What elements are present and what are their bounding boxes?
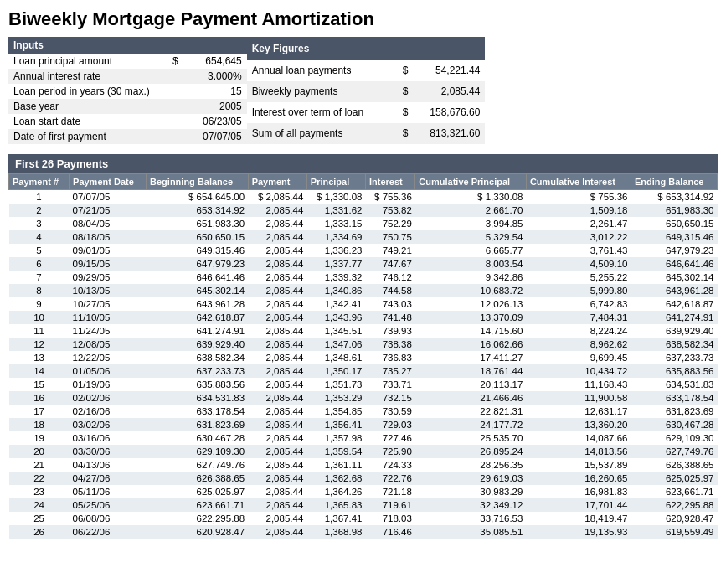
input-dollar xyxy=(167,129,180,144)
payment-cell: 1,334.69 xyxy=(306,230,365,244)
payment-cell: 5,329.54 xyxy=(415,230,527,244)
payments-col-header: Principal xyxy=(306,174,365,190)
payment-cell: 32,349.12 xyxy=(415,498,527,512)
payment-cell: 2,085.44 xyxy=(248,391,306,405)
payment-cell: 623,661.71 xyxy=(631,485,717,498)
payment-cell: 637,233.73 xyxy=(147,364,249,378)
payment-cell: 625,025.97 xyxy=(631,472,717,485)
payment-cell: 733.71 xyxy=(365,378,414,391)
payment-cell: 1,348.61 xyxy=(306,351,365,364)
payment-row: 810/13/05645,302.142,085.441,340.86744.5… xyxy=(9,284,718,297)
payment-cell: 631,823.69 xyxy=(631,405,717,418)
payment-cell: 1,362.68 xyxy=(306,472,365,485)
payment-cell: 721.18 xyxy=(365,485,414,498)
payment-row: 207/21/05653,314.922,085.441,331.62753.8… xyxy=(9,204,718,217)
payment-cell: 1,340.86 xyxy=(306,284,365,297)
payment-cell: 634,531.83 xyxy=(147,391,249,405)
payment-cell: 638,582.34 xyxy=(147,351,249,364)
payment-cell: 743.03 xyxy=(365,297,414,311)
input-value: 15 xyxy=(180,84,247,99)
payment-cell: 650,650.15 xyxy=(147,230,249,244)
payment-cell: 739.93 xyxy=(365,324,414,338)
payment-cell: 626,388.65 xyxy=(631,458,717,472)
payment-cell: 1,364.26 xyxy=(306,485,365,498)
payment-cell: 9 xyxy=(9,297,70,311)
payment-cell: 2,085.44 xyxy=(248,525,306,539)
payment-cell: 16 xyxy=(9,391,70,405)
payment-cell: 20,113.17 xyxy=(415,378,527,391)
payment-cell: 647,979.23 xyxy=(147,257,249,271)
payment-cell: 719.61 xyxy=(365,498,414,512)
payment-row: 609/15/05647,979.232,085.441,337.77747.6… xyxy=(9,257,718,271)
payment-cell: 646,641.46 xyxy=(631,257,717,271)
payment-row: 709/29/05646,641.462,085.441,339.32746.1… xyxy=(9,271,718,284)
payment-cell: 1,337.77 xyxy=(306,257,365,271)
payment-cell: 732.15 xyxy=(365,391,414,405)
payment-cell: 1,359.54 xyxy=(306,445,365,458)
payment-cell: 26 xyxy=(9,525,70,539)
payment-cell: 2,085.44 xyxy=(248,445,306,458)
payment-cell: 11,168.43 xyxy=(526,378,631,391)
payment-cell: 21,466.46 xyxy=(415,391,527,405)
payment-cell: 641,274.91 xyxy=(147,324,249,338)
payment-cell: 2,085.44 xyxy=(248,498,306,512)
payment-cell: 633,178.54 xyxy=(631,391,717,405)
payment-cell: 1,336.23 xyxy=(306,244,365,257)
payment-cell: 3 xyxy=(9,217,70,230)
key-figure-row: Annual loan payments $ 54,221.44 xyxy=(247,60,486,81)
payment-cell: 10/13/05 xyxy=(70,284,147,297)
payment-cell: 18,761.44 xyxy=(415,364,527,378)
payment-cell: 23 xyxy=(9,485,70,498)
payment-row: 1111/24/05641,274.912,085.441,345.51739.… xyxy=(9,324,718,338)
payment-cell: 1,357.98 xyxy=(306,431,365,445)
payment-cell: 730.59 xyxy=(365,405,414,418)
payments-col-header: Cumulative Principal xyxy=(415,174,527,190)
inputs-row: Loan period in years (30 max.) 15 xyxy=(8,84,247,99)
payment-cell: 29,619.03 xyxy=(415,472,527,485)
payment-cell: 5,255.22 xyxy=(526,271,631,284)
payment-cell: 07/07/05 xyxy=(70,190,147,204)
payment-cell: $ 654,645.00 xyxy=(147,190,249,204)
payment-cell: 752.29 xyxy=(365,217,414,230)
payment-cell: 12,026.13 xyxy=(415,297,527,311)
payment-cell: 30,983.29 xyxy=(415,485,527,498)
payment-cell: 639,929.40 xyxy=(147,338,249,351)
kf-label: Interest over term of loan xyxy=(247,102,398,123)
payment-cell: 1,350.17 xyxy=(306,364,365,378)
payment-row: 2003/30/06629,109.302,085.441,359.54725.… xyxy=(9,445,718,458)
payment-cell: 2,085.44 xyxy=(248,244,306,257)
payment-cell: 620,928.47 xyxy=(631,512,717,525)
payment-cell: 3,761.43 xyxy=(526,244,631,257)
payment-row: 1803/02/06631,823.692,085.441,356.41729.… xyxy=(9,418,718,431)
payment-cell: 1,353.29 xyxy=(306,391,365,405)
payment-cell: 10,434.72 xyxy=(526,364,631,378)
payment-cell: $ 755.36 xyxy=(526,190,631,204)
payment-cell: 8 xyxy=(9,284,70,297)
payment-cell: 11/10/05 xyxy=(70,311,147,324)
payment-cell: 25 xyxy=(9,512,70,525)
payment-cell: 2,085.44 xyxy=(248,257,306,271)
payment-cell: 1,342.41 xyxy=(306,297,365,311)
input-value: 654,645 xyxy=(180,54,247,69)
kf-dollar: $ xyxy=(398,102,410,123)
payment-cell: 12/08/05 xyxy=(70,338,147,351)
payment-cell: 09/01/05 xyxy=(70,244,147,257)
payment-row: 1312/22/05638,582.342,085.441,348.61736.… xyxy=(9,351,718,364)
payment-cell: 35,085.51 xyxy=(415,525,527,539)
payment-cell: 651,983.30 xyxy=(147,217,249,230)
payment-cell: $ 1,330.08 xyxy=(306,190,365,204)
payment-cell: 5 xyxy=(9,244,70,257)
payment-cell: 2,085.44 xyxy=(248,351,306,364)
payment-cell: 2,085.44 xyxy=(248,418,306,431)
kf-dollar: $ xyxy=(398,81,410,102)
payment-cell: 01/19/06 xyxy=(70,378,147,391)
payment-cell: 3,994.85 xyxy=(415,217,527,230)
payment-cell: 2,085.44 xyxy=(248,217,306,230)
payment-cell: 629,109.30 xyxy=(147,445,249,458)
payment-cell: 18 xyxy=(9,418,70,431)
payment-row: 2606/22/06620,928.472,085.441,368.98716.… xyxy=(9,525,718,539)
payment-cell: 631,823.69 xyxy=(147,418,249,431)
payment-cell: 638,582.34 xyxy=(631,338,717,351)
payment-cell: 5,999.80 xyxy=(526,284,631,297)
payment-cell: 4 xyxy=(9,230,70,244)
